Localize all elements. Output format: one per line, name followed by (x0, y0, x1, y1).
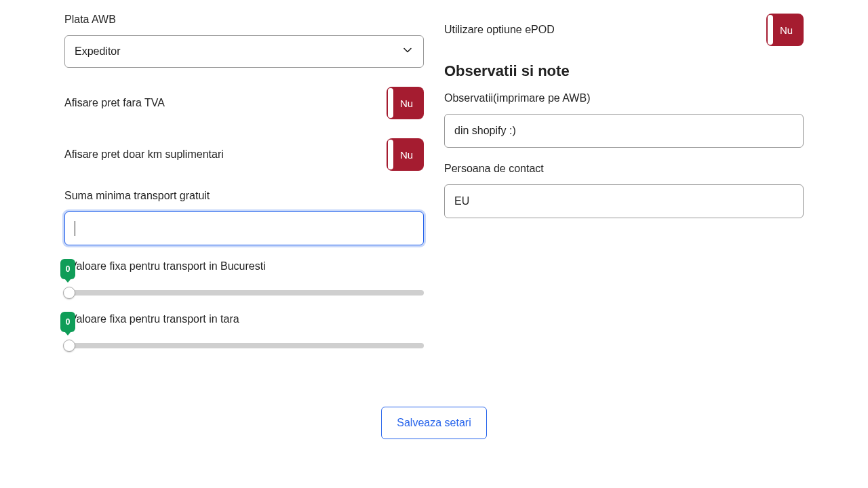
persoana-contact-input-value: EU (454, 195, 469, 207)
slider-tara-thumb[interactable] (63, 340, 75, 352)
toggle-knob (388, 140, 393, 169)
toggle-knob (388, 88, 393, 118)
epod-toggle[interactable]: Nu (766, 14, 804, 46)
persoana-contact-label: Persoana de contact (444, 163, 804, 175)
plata-awb-select[interactable]: Expeditor (64, 35, 424, 68)
slider-tara-badge: 0 (60, 312, 75, 332)
toggle-state-text: Nu (400, 98, 413, 109)
epod-label: Utilizare optiune ePOD (444, 24, 555, 36)
persoana-contact-input[interactable]: EU (444, 184, 804, 218)
save-settings-button[interactable]: Salveaza setari (381, 407, 486, 439)
observatii-label: Observatii(imprimare pe AWB) (444, 92, 804, 104)
plata-awb-label: Plata AWB (64, 14, 424, 26)
plata-awb-select-value: Expeditor (75, 45, 121, 58)
slider-bucuresti-thumb[interactable] (63, 287, 75, 299)
suma-minima-input[interactable] (64, 211, 424, 245)
observatii-input[interactable]: din shopify :) (444, 114, 804, 148)
toggle-knob (768, 15, 773, 45)
slider-tara-label: Valoare fixa pentru transport in tara (70, 313, 239, 325)
slider-tara-track[interactable] (64, 343, 424, 348)
afisare-pret-km-toggle[interactable]: Nu (387, 138, 424, 171)
toggle-state-text: Nu (780, 24, 793, 36)
toggle-state-text: Nu (400, 149, 413, 161)
afisare-pret-km-label: Afisare pret doar km suplimentari (64, 148, 224, 161)
afisare-pret-fara-tva-label: Afisare pret fara TVA (64, 97, 165, 109)
slider-bucuresti-label: Valoare fixa pentru transport in Bucures… (70, 260, 266, 272)
slider-bucuresti-badge: 0 (60, 259, 75, 279)
observatii-heading: Observatii si note (444, 62, 804, 80)
observatii-input-value: din shopify :) (454, 125, 516, 137)
afisare-pret-fara-tva-toggle[interactable]: Nu (387, 87, 424, 119)
slider-bucuresti-track[interactable] (64, 290, 424, 296)
suma-minima-label: Suma minima transport gratuit (64, 190, 424, 202)
text-caret (75, 221, 75, 236)
